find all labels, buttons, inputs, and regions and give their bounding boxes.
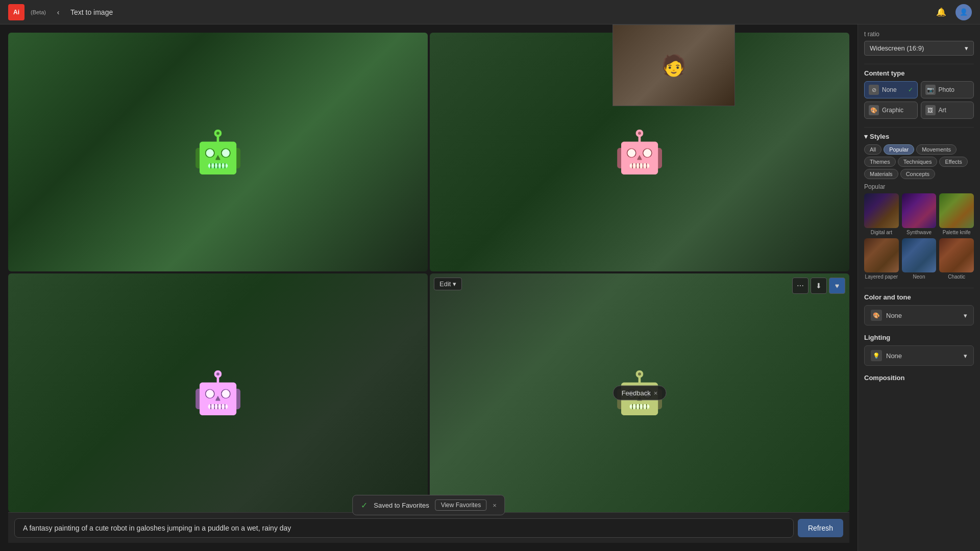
color-tone-title: Color and tone [864, 293, 911, 301]
lighting-icon: 💡 [871, 350, 882, 361]
feedback-close-button[interactable]: × [654, 389, 658, 397]
prompt-input[interactable] [14, 518, 794, 538]
graphic-icon: 🎨 [869, 105, 879, 115]
content-type-art[interactable]: 🖼 Art [921, 102, 974, 119]
more-icon: ⋯ [797, 282, 804, 290]
favorite-button[interactable]: ♥ [829, 278, 845, 294]
chevron-down-icon: ▾ [964, 312, 967, 319]
style-layered-paper[interactable]: Layered paper [864, 238, 899, 280]
chevron-down-icon: ▾ [964, 352, 967, 360]
style-neon[interactable]: Neon [902, 238, 937, 280]
view-favorites-button[interactable]: View Favorites [435, 499, 486, 511]
saved-text: Saved to Favorites [374, 502, 429, 509]
style-tag-techniques[interactable]: Techniques [898, 157, 938, 167]
style-tag-concepts[interactable]: Concepts [900, 169, 935, 179]
feedback-label: Feedback [622, 389, 651, 397]
none-icon: ⊘ [869, 85, 879, 95]
webcam-preview: 🧑 [612, 24, 735, 106]
avatar[interactable]: 👤 [955, 4, 972, 20]
style-palette-knife[interactable]: Palette knife [939, 193, 974, 235]
robot-image-purple [8, 273, 428, 512]
styles-title: Styles [870, 133, 889, 140]
topbar: Ai (Beta) ‹ Text to image 🔔 👤 [0, 0, 980, 24]
styles-header: ▾ Styles [864, 133, 974, 140]
feedback-toast[interactable]: Feedback × [613, 386, 667, 400]
style-grid: Digital art Synthwave Palette knife Laye… [864, 193, 974, 280]
style-tag-popular[interactable]: Popular [884, 144, 914, 155]
content-type-none[interactable]: ⊘ None ✓ [864, 81, 918, 98]
saved-favorites-bar: ✓ Saved to Favorites View Favorites × [352, 495, 505, 515]
graphic-label: Graphic [882, 107, 903, 114]
edit-button[interactable]: Edit ▾ [434, 278, 462, 290]
style-tag-effects[interactable]: Effects [939, 157, 967, 167]
style-tag-all[interactable]: All [864, 144, 881, 155]
image-cell-4[interactable]: Edit ▾ ⋯ ⬇ ♥ Feedback [430, 273, 849, 512]
chevron-icon: ▾ [864, 133, 868, 140]
composition-title: Composition [864, 374, 904, 382]
composition-section: Composition [864, 374, 974, 382]
edit-label: Edit [439, 280, 451, 288]
style-synthwave[interactable]: Synthwave [902, 193, 937, 235]
more-options-button[interactable]: ⋯ [792, 278, 808, 294]
content-type-section: Content type ⊘ None ✓ 📷 Photo 🎨 Graphic … [864, 69, 974, 119]
back-button[interactable]: ‹ [52, 6, 64, 18]
content-type-grid: ⊘ None ✓ 📷 Photo 🎨 Graphic 🖼 Art [864, 81, 974, 119]
notifications-button[interactable]: 🔔 [933, 4, 949, 20]
image-area: 🧑 Edit ▾ [0, 24, 857, 551]
download-icon: ⬇ [816, 282, 822, 290]
photo-icon: 📷 [925, 85, 936, 95]
image-cell-3[interactable] [8, 273, 428, 512]
lighting-dropdown[interactable]: 💡 None ▾ [864, 345, 974, 366]
aspect-ratio-section: t ratio Widescreen (16:9) ▾ [864, 31, 974, 56]
right-panel: t ratio Widescreen (16:9) ▾ Content type… [857, 24, 980, 551]
page-title: Text to image [70, 8, 113, 16]
chevron-down-icon: ▾ [453, 280, 456, 288]
check-icon: ✓ [361, 500, 368, 510]
style-tag-movements[interactable]: Movements [916, 144, 957, 155]
content-type-title: Content type [864, 69, 974, 77]
aspect-ratio-dropdown[interactable]: Widescreen (16:9) ▾ [864, 41, 974, 56]
image-cell-1[interactable] [8, 33, 428, 271]
lighting-title: Lighting [864, 334, 890, 341]
main-layout: 🧑 Edit ▾ [0, 24, 980, 551]
color-tone-section: Color and tone 🎨 None ▾ [864, 293, 974, 325]
chevron-down-icon: ▾ [965, 44, 968, 52]
adobe-logo: Ai [8, 4, 24, 20]
styles-section: ▾ Styles All Popular Movements Themes Te… [864, 133, 974, 280]
style-tags: All Popular Movements Themes Techniques … [864, 144, 974, 179]
prompt-bar: Refresh [8, 512, 849, 543]
style-tag-themes[interactable]: Themes [864, 157, 896, 167]
color-tone-icon: 🎨 [871, 310, 882, 321]
content-type-photo[interactable]: 📷 Photo [921, 81, 974, 98]
robot-image-yellow [8, 33, 428, 271]
refresh-button[interactable]: Refresh [798, 519, 843, 537]
style-digital-art[interactable]: Digital art [864, 193, 899, 235]
aspect-ratio-label: t ratio [864, 31, 974, 38]
heart-icon: ♥ [835, 282, 839, 290]
download-button[interactable]: ⬇ [811, 278, 827, 294]
popular-label: Popular [864, 183, 974, 190]
beta-label: (Beta) [31, 9, 46, 15]
image-toolbar: ⋯ ⬇ ♥ [792, 278, 845, 294]
style-tag-materials[interactable]: Materials [864, 169, 898, 179]
saved-dismiss-button[interactable]: × [493, 502, 497, 509]
color-tone-dropdown[interactable]: 🎨 None ▾ [864, 305, 974, 325]
lighting-section: Lighting 💡 None ▾ [864, 334, 974, 366]
art-icon: 🖼 [925, 105, 936, 115]
content-type-graphic[interactable]: 🎨 Graphic [864, 102, 918, 119]
style-chaotic[interactable]: Chaotic [939, 238, 974, 280]
